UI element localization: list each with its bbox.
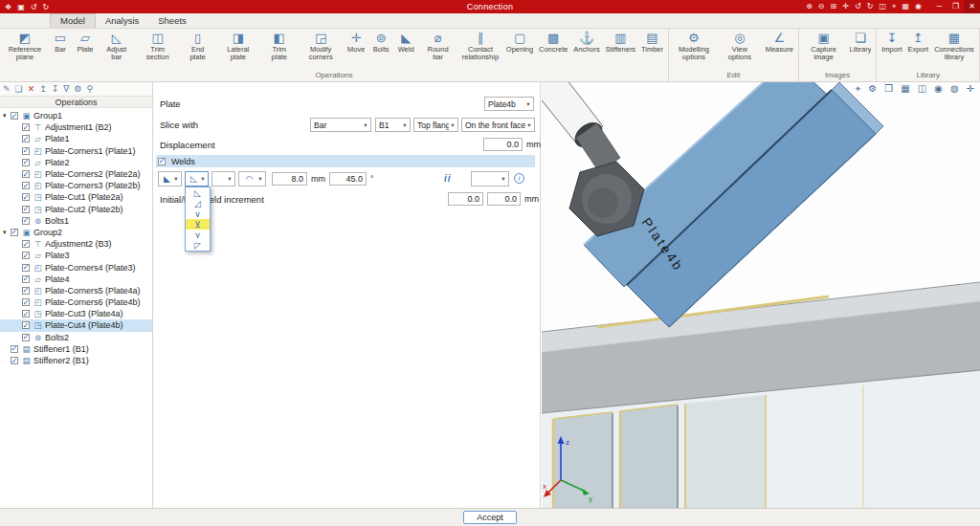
tree-item[interactable]: ⊤ Adjustment1 (B2): [0, 121, 152, 133]
connections-library-button[interactable]: ▦ Connections library: [931, 30, 977, 62]
round-bar-button[interactable]: ⌀ Round bar: [418, 30, 457, 62]
delete-operation-icon[interactable]: ✕: [28, 83, 35, 96]
item-checkbox[interactable]: [22, 182, 30, 189]
lateral-plate-button[interactable]: ◨ Lateral plate: [215, 30, 260, 62]
item-checkbox[interactable]: [22, 334, 30, 341]
import-button[interactable]: ↧ Import: [879, 30, 904, 62]
modelling-options-button[interactable]: ⚙ Modelling options: [671, 30, 717, 62]
tree-item[interactable]: ▱ Plate4: [0, 274, 152, 285]
item-checkbox[interactable]: [22, 217, 30, 225]
bolts-button[interactable]: ⊚ Bolts: [368, 30, 393, 62]
item-checkbox[interactable]: [22, 123, 30, 131]
tree-item[interactable]: ▱ Plate2: [0, 157, 152, 168]
tab-sheets[interactable]: Sheets: [148, 14, 196, 28]
item-checkbox[interactable]: [22, 252, 30, 259]
weld-size-input[interactable]: [272, 172, 307, 186]
item-checkbox[interactable]: [22, 287, 30, 295]
weld-type-option-4[interactable]: ⊻: [186, 219, 210, 230]
library-button[interactable]: ❏ Library: [847, 30, 875, 62]
weld-contour-select[interactable]: ◠: [238, 171, 266, 186]
weld-type-select[interactable]: ◺: [185, 171, 209, 186]
weld-button[interactable]: ◣ Weld: [393, 30, 418, 62]
timber-button[interactable]: ▤ Timber: [638, 30, 666, 62]
next-view-icon[interactable]: ↻: [867, 2, 874, 11]
tree-item[interactable]: ▤ Stiffener2 (B1): [0, 355, 152, 366]
zoom-fit-icon[interactable]: ⊞: [831, 2, 837, 11]
tree-item[interactable]: ◳ Plate-Cut2 (Plate2b): [0, 204, 152, 215]
item-checkbox[interactable]: [22, 240, 30, 248]
tree-item[interactable]: ▤ Stiffener1 (B1): [0, 343, 152, 355]
anchors-button[interactable]: ⚓ Anchors: [570, 30, 602, 62]
tree-item[interactable]: ▱ Plate3: [0, 250, 152, 261]
item-checkbox[interactable]: [11, 229, 18, 236]
isometric-view-icon[interactable]: ⌖: [892, 2, 897, 11]
tab-model[interactable]: Model: [50, 13, 96, 28]
section-view-icon[interactable]: ◫: [918, 83, 926, 95]
slice-face-select[interactable]: On the front face: [461, 118, 535, 132]
measure-button[interactable]: ∠ Measure: [763, 30, 796, 62]
shaded-view-icon[interactable]: ◉: [915, 2, 922, 11]
reference-plane-button[interactable]: ◩ Reference plane: [2, 30, 48, 62]
plate-select[interactable]: Plate4b: [484, 97, 534, 111]
capture-view-icon[interactable]: ❒: [884, 83, 893, 95]
capture-image-button[interactable]: ▣ Capture image: [801, 30, 847, 62]
accept-button[interactable]: Accept: [463, 511, 517, 524]
undo-icon[interactable]: ↺: [31, 3, 37, 11]
item-checkbox[interactable]: [22, 264, 30, 272]
pan-view-icon[interactable]: ✛: [967, 83, 974, 95]
concrete-button[interactable]: ▩ Concrete: [536, 30, 570, 62]
render-mode-icon[interactable]: ◍: [950, 83, 959, 95]
tree-item[interactable]: ◰ Plate-Corners6 (Plate4b): [0, 296, 152, 308]
item-checkbox[interactable]: [22, 275, 30, 283]
tree-item[interactable]: ▱ Plate1: [0, 133, 152, 144]
opening-button[interactable]: ▢ Opening: [503, 30, 536, 62]
tree-item[interactable]: ⊚ Bolts2: [0, 332, 152, 343]
tree-item[interactable]: ◳ Plate-Cut3 (Plate4a): [0, 308, 152, 319]
zoom-out-icon[interactable]: ⊖: [818, 2, 825, 11]
3d-scene-canvas[interactable]: Plate4b z y x: [542, 82, 980, 508]
orientation-icon[interactable]: ⌖: [856, 83, 861, 95]
close-button[interactable]: ✕: [964, 0, 980, 13]
item-checkbox[interactable]: [22, 193, 30, 201]
tree-item[interactable]: ◰ Plate-Corners4 (Plate3): [0, 261, 152, 273]
view-settings-icon[interactable]: ⚙: [868, 83, 877, 95]
tree-item[interactable]: ▣ Group1: [0, 110, 152, 121]
adjust-bar-button[interactable]: ◺ Adjust bar: [98, 30, 136, 62]
expander-icon[interactable]: [3, 112, 11, 120]
minimize-button[interactable]: ─: [931, 0, 947, 13]
item-checkbox[interactable]: [22, 321, 30, 329]
tree-item[interactable]: ◳ Plate-Cut4 (Plate4b): [0, 319, 152, 331]
weld-both-sides-icon[interactable]: ii: [444, 173, 452, 184]
plate-button[interactable]: ▱ Plate: [73, 30, 98, 62]
weld-side-select[interactable]: ◣: [158, 171, 182, 186]
item-checkbox[interactable]: [22, 159, 30, 166]
tree-item[interactable]: ◰ Plate-Corners5 (Plate4a): [0, 285, 152, 296]
front-view-icon[interactable]: ◫: [879, 2, 886, 11]
tree-item[interactable]: ◰ Plate-Corners1 (Plate1): [0, 145, 152, 157]
displacement-input[interactable]: [483, 138, 523, 151]
tree-item[interactable]: ▣ Group2: [0, 227, 152, 238]
bar-button[interactable]: ▭ Bar: [48, 30, 73, 62]
weld-type-option-1[interactable]: ◺: [186, 187, 210, 198]
app-menu-icon[interactable]: ❖: [5, 3, 11, 11]
tree-item[interactable]: ⊤ Adjustment2 (B3): [0, 238, 152, 250]
stiffeners-button[interactable]: ▥ Stiffeners: [603, 30, 638, 62]
zoom-in-icon[interactable]: ⊕: [806, 2, 813, 11]
slice-part-select[interactable]: Top flange: [413, 118, 458, 132]
weld-type-option-2[interactable]: ◿: [186, 198, 210, 208]
wireframe-icon[interactable]: ▦: [902, 2, 909, 11]
move-up-icon[interactable]: ↥: [39, 83, 47, 96]
welds-checkbox[interactable]: [158, 158, 166, 165]
weld-info-icon[interactable]: i: [514, 173, 524, 184]
copy-operation-icon[interactable]: ❏: [15, 83, 23, 96]
filter-icon[interactable]: ∇: [63, 83, 69, 96]
export-button[interactable]: ↥ Export: [904, 30, 931, 62]
tree-item[interactable]: ◰ Plate-Corners2 (Plate2a): [0, 168, 152, 180]
trim-section-button[interactable]: ◫ Trim section: [136, 30, 180, 62]
item-checkbox[interactable]: [11, 357, 18, 364]
weld-angle-input[interactable]: [329, 172, 367, 186]
item-checkbox[interactable]: [11, 345, 18, 353]
item-checkbox[interactable]: [22, 170, 30, 178]
weld-material-select[interactable]: [471, 171, 509, 186]
slice-type-select[interactable]: Bar: [310, 118, 371, 132]
